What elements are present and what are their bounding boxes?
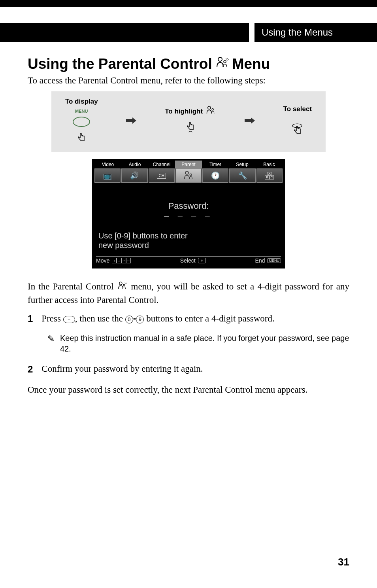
pencil-note-icon: ✎ [47,333,55,354]
key-0-icon: 0 [125,316,133,323]
footer-move-label: Move [96,257,109,264]
intro-text: To access the Parental Control menu, ref… [28,76,349,86]
arrow-icon-1 [125,116,137,127]
key-9-icon: 9 [136,316,144,323]
step-2-text: Confirm your password by entering it aga… [41,364,203,375]
tab-audio: Audio [121,161,148,168]
title-text-2: Menu [232,56,270,72]
timer-tab-icon: 🕐 [202,168,228,183]
svg-point-8 [123,284,125,285]
menu-text: MENU [75,109,88,113]
step-1-text: Press +, then use the 0-9 buttons to ent… [41,313,274,324]
step-1: 1 Press +, then use the 0-9 buttons to e… [28,313,349,324]
hand-press-icon-3 [291,123,304,138]
plus-button-icon: + [63,316,75,323]
password-label: Password: [96,201,281,211]
hand-press-icon-1 [75,131,87,146]
parental-control-icon [215,56,230,72]
svg-point-3 [212,108,213,110]
basic-tab-icon: ABC [256,168,283,183]
closing-paragraph: Once your password is set correctly, the… [28,384,349,396]
hand-press-icon-2 [185,121,196,138]
tab-setup: Setup [229,161,256,168]
note-text: Keep this instruction manual in a safe p… [60,333,349,354]
password-field: – – – – [96,211,281,221]
header-bar: Using the Menus [0,23,377,42]
parent-tab-icon [175,168,202,183]
highlight-label: To highlight [165,108,203,115]
body-paragraph: In the Parental Control menu, you will b… [28,280,349,306]
top-bar [0,0,377,7]
parental-icon-inline [117,281,128,294]
page-title: Using the Parental Control Menu [28,56,349,72]
svg-point-2 [208,106,211,109]
svg-point-5 [185,171,188,174]
tab-parent: Parent [175,161,202,168]
section-title: Using the Menus [254,23,377,42]
svg-point-7 [119,282,122,285]
menu-button-icon [73,117,90,127]
step-2-number: 2 [28,364,33,375]
instruction-box: To display MENU To highlight [51,91,326,152]
step-1-number: 1 [28,313,33,324]
parental-icon-small-1 [205,105,216,118]
select-label: To select [283,105,312,113]
tab-video: Video [94,161,121,168]
display-label: To display [65,98,98,106]
video-tab-icon: 📺 [94,168,121,183]
svg-point-0 [218,57,222,61]
step-2: 2 Confirm your password by entering it a… [28,364,349,375]
svg-point-4 [292,124,302,128]
tab-basic: Basic [256,161,283,168]
svg-point-6 [190,174,192,176]
plus-key-icon: + [198,258,206,263]
header-left-fill [0,23,249,42]
footer-select-label: Select [180,257,196,264]
title-text-1: Using the Parental Control [28,56,212,72]
menu-badge-icon: MENU [267,258,281,263]
menu-instruction: Use [0-9] buttons to enter new password [96,231,281,250]
tv-menu-screenshot: Video Audio Channel Parent Timer Setup B… [92,159,285,268]
channel-tab-icon: CH [149,168,175,183]
arrow-keys-icon: ↑↓→← [112,258,131,263]
note-box: ✎ Keep this instruction manual in a safe… [47,333,349,354]
tab-timer: Timer [202,161,229,168]
setup-tab-icon: 🔧 [229,168,255,183]
page-number: 31 [338,556,349,568]
audio-tab-icon: 🔊 [121,168,147,183]
footer-end-label: End [255,257,265,264]
dash: - [133,313,136,323]
arrow-icon-2 [244,116,256,127]
tab-channel: Channel [148,161,175,168]
